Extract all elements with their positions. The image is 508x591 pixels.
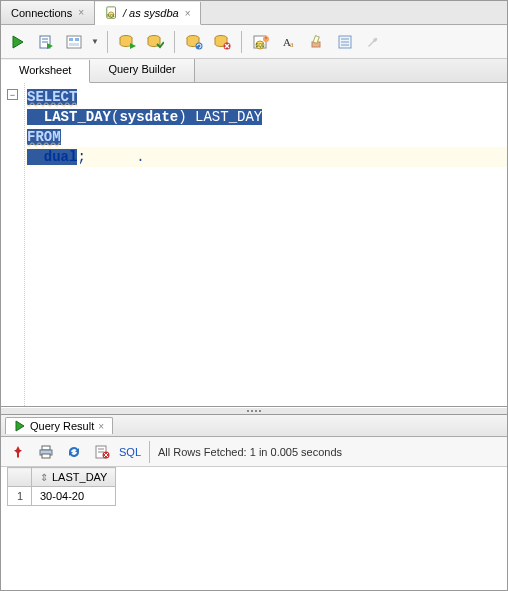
svg-rect-11 bbox=[69, 43, 79, 46]
separator bbox=[107, 31, 108, 53]
print-button[interactable] bbox=[35, 441, 57, 463]
table-row[interactable]: 1 30-04-20 bbox=[8, 487, 116, 506]
sql-link[interactable]: SQL bbox=[119, 446, 141, 458]
sql-file-icon: SQL bbox=[105, 6, 119, 20]
editor-gutter: − bbox=[1, 83, 25, 406]
svg-text:*: * bbox=[265, 36, 267, 42]
commit-button[interactable] bbox=[144, 31, 166, 53]
tab-session-label: / as sysdba bbox=[123, 7, 179, 19]
settings-button[interactable] bbox=[334, 31, 356, 53]
alias-last-day: LAST_DAY bbox=[195, 109, 262, 125]
worksheet-tab-bar: Worksheet Query Builder bbox=[1, 59, 507, 83]
result-toolbar: SQL All Rows Fetched: 1 in 0.005 seconds bbox=[1, 437, 507, 467]
tab-query-builder-label: Query Builder bbox=[108, 63, 175, 75]
tab-worksheet[interactable]: Worksheet bbox=[1, 60, 90, 83]
code-text bbox=[27, 109, 44, 125]
tab-connections[interactable]: Connections × bbox=[1, 1, 95, 24]
row-number-header[interactable] bbox=[8, 468, 32, 487]
column-header-label: LAST_DAY bbox=[52, 471, 107, 483]
to-uppercase-button[interactable]: Aa bbox=[278, 31, 300, 53]
cursor-icon: . bbox=[86, 149, 145, 165]
run-statement-button[interactable] bbox=[7, 31, 29, 53]
svg-rect-37 bbox=[42, 454, 50, 458]
svg-rect-9 bbox=[69, 38, 73, 41]
function-last-day: LAST_DAY bbox=[44, 109, 111, 125]
table-dual: dual bbox=[44, 149, 78, 165]
svg-text:SQL: SQL bbox=[107, 13, 116, 18]
sql-history-button[interactable]: SQL* bbox=[250, 31, 272, 53]
separator bbox=[149, 441, 150, 463]
rollback-button[interactable] bbox=[183, 31, 205, 53]
pin-button[interactable] bbox=[7, 441, 29, 463]
clear-button[interactable] bbox=[306, 31, 328, 53]
keyword-select: SELECT bbox=[27, 89, 77, 105]
svg-text:SQL: SQL bbox=[255, 43, 265, 48]
close-icon[interactable]: × bbox=[78, 7, 84, 18]
svg-text:a: a bbox=[290, 40, 294, 49]
sql-editor[interactable]: SELECT LAST_DAY(sysdate) LAST_DAY FROM d… bbox=[25, 83, 507, 406]
tab-connections-label: Connections bbox=[11, 7, 72, 19]
svg-marker-13 bbox=[130, 43, 136, 49]
tab-query-result[interactable]: Query Result × bbox=[5, 417, 113, 434]
refresh-button[interactable] bbox=[63, 441, 85, 463]
code-text bbox=[187, 109, 195, 125]
cell-last-day: 30-04-20 bbox=[32, 487, 116, 506]
svg-marker-34 bbox=[16, 421, 24, 431]
delete-result-button[interactable] bbox=[91, 441, 113, 463]
close-icon[interactable]: × bbox=[98, 421, 104, 432]
svg-rect-8 bbox=[67, 36, 81, 48]
editor-area: − SELECT LAST_DAY(sysdate) LAST_DAY FROM… bbox=[1, 83, 507, 407]
tab-worksheet-session[interactable]: SQL / as sysdba × bbox=[95, 2, 201, 25]
unshared-worksheet-button[interactable] bbox=[211, 31, 233, 53]
run-icon bbox=[14, 420, 26, 432]
main-toolbar: ▼ SQL* Aa bbox=[1, 25, 507, 59]
run-script-button[interactable] bbox=[35, 31, 57, 53]
fold-toggle-icon[interactable]: − bbox=[7, 89, 18, 100]
top-tab-bar: Connections × SQL / as sysdba × bbox=[1, 1, 507, 25]
svg-rect-10 bbox=[75, 38, 79, 41]
svg-marker-3 bbox=[13, 36, 23, 48]
result-grid: ⇕LAST_DAY 1 30-04-20 bbox=[1, 467, 507, 512]
separator bbox=[174, 31, 175, 53]
svg-rect-35 bbox=[42, 446, 50, 450]
status-text: All Rows Fetched: 1 in 0.005 seconds bbox=[158, 446, 342, 458]
result-tab-bar: Query Result × bbox=[1, 415, 507, 437]
separator bbox=[241, 31, 242, 53]
arg-sysdate: sysdate bbox=[119, 109, 178, 125]
tab-query-builder[interactable]: Query Builder bbox=[90, 59, 194, 82]
close-icon[interactable]: × bbox=[185, 8, 191, 19]
column-header-last-day[interactable]: ⇕LAST_DAY bbox=[32, 468, 116, 487]
code-text: ) bbox=[178, 109, 186, 125]
splitter-handle[interactable] bbox=[1, 407, 507, 415]
autotrace-button[interactable] bbox=[116, 31, 138, 53]
wrench-button[interactable] bbox=[362, 31, 384, 53]
sort-icon: ⇕ bbox=[40, 472, 48, 483]
tab-query-result-label: Query Result bbox=[30, 420, 94, 432]
tab-worksheet-label: Worksheet bbox=[19, 64, 71, 76]
dropdown-icon[interactable]: ▼ bbox=[91, 37, 99, 46]
explain-plan-button[interactable] bbox=[63, 31, 85, 53]
code-text bbox=[27, 149, 44, 165]
row-number-cell: 1 bbox=[8, 487, 32, 506]
keyword-from: FROM bbox=[27, 129, 61, 145]
semicolon: ; bbox=[77, 149, 85, 165]
